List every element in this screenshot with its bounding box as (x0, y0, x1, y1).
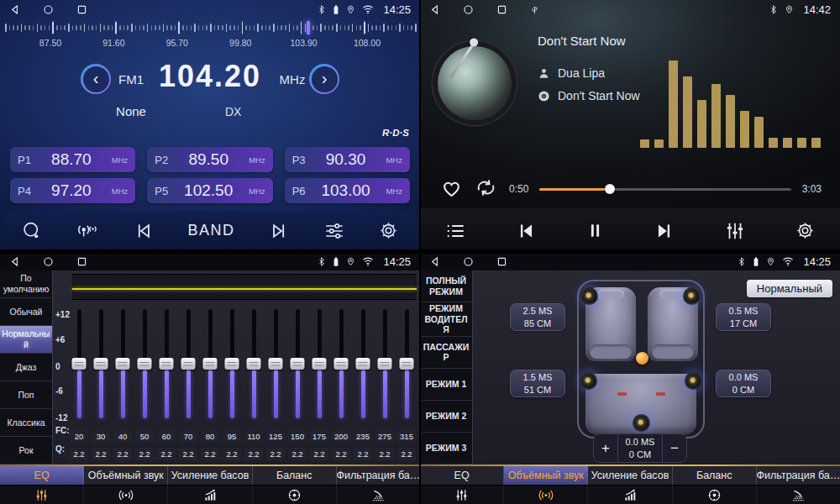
rear-left-delay-button[interactable]: 1.5 MS 51 CM (510, 370, 565, 397)
increase-delay-button[interactable]: + (594, 434, 617, 462)
fc-value[interactable]: 175 (310, 430, 328, 443)
home-icon[interactable] (463, 256, 474, 267)
listening-mode-item[interactable]: РЕЖИМ ВОДИТЕЛЯ (420, 302, 472, 337)
eq-preset-item[interactable]: Поп (0, 381, 52, 409)
q-value[interactable]: 2.2 (179, 448, 197, 460)
eq-slider-handle-80[interactable] (203, 358, 218, 370)
home-icon[interactable] (43, 256, 54, 267)
eq-slider-handle-235[interactable] (356, 358, 370, 370)
eq-preset-item[interactable]: По умолчанию (0, 270, 52, 298)
fc-value[interactable]: 95 (223, 430, 241, 443)
frequency-scale[interactable]: 87.5091.6095.7099.80103.90108.00 (0, 19, 420, 50)
previous-track-icon[interactable] (515, 220, 537, 242)
surround-tab-surround-sound[interactable]: Объёмный звук (504, 466, 588, 485)
surround-tab-eq[interactable]: EQ (420, 466, 504, 485)
fc-value[interactable]: 150 (288, 430, 307, 443)
equalizer-icon[interactable] (724, 220, 746, 242)
eq-slider-handle-60[interactable] (160, 358, 174, 370)
back-icon[interactable] (429, 4, 440, 15)
fc-value[interactable]: 235 (354, 430, 372, 443)
pause-icon[interactable] (585, 221, 605, 240)
eq-tab-bass-boost[interactable]: Усиление басов (168, 466, 252, 485)
q-value[interactable]: 2.2 (92, 448, 110, 460)
balance-tab-icon[interactable] (673, 486, 757, 504)
decrease-delay-button[interactable]: − (663, 434, 686, 462)
eq-slider-handle-125[interactable] (269, 358, 283, 370)
fc-value[interactable]: 200 (332, 430, 350, 443)
playlist-icon[interactable] (444, 220, 466, 242)
audio-settings-icon[interactable] (323, 220, 345, 242)
fc-value[interactable]: 50 (135, 430, 154, 443)
eq-tab-balance[interactable]: Баланс (253, 466, 337, 485)
q-value[interactable]: 2.2 (70, 448, 88, 460)
fc-value[interactable]: 125 (266, 430, 285, 443)
recents-icon[interactable] (496, 256, 507, 267)
eq-preset-item[interactable]: Джаз (0, 354, 52, 381)
q-value[interactable]: 2.2 (266, 448, 285, 460)
seek-previous-icon[interactable] (133, 220, 155, 242)
rear-right-delay-button[interactable]: 0.0 MS 0 CM (716, 370, 771, 397)
eq-preset-item[interactable]: Нормальный (0, 326, 52, 354)
eq-tab-surround-sound[interactable]: Объёмный звук (84, 466, 168, 485)
fc-value[interactable]: 315 (397, 430, 416, 443)
bass-boost-tab-icon[interactable] (168, 486, 252, 504)
eq-slider-handle-175[interactable] (312, 358, 327, 370)
q-value[interactable]: 2.2 (113, 448, 132, 460)
listening-mode-item[interactable]: ПОЛНЫЙ РЕЖИМ (420, 270, 472, 302)
seek-next-icon[interactable] (268, 220, 290, 242)
preset-button-p2[interactable]: P289.50MHz (147, 147, 272, 172)
preset-button-p3[interactable]: P390.30MHz (285, 147, 410, 172)
preset-button-p1[interactable]: P188.70MHz (10, 147, 135, 172)
back-icon[interactable] (9, 256, 20, 267)
q-value[interactable]: 2.2 (201, 448, 219, 460)
fc-value[interactable]: 275 (375, 430, 394, 443)
preset-button-p5[interactable]: P5102.50MHz (147, 178, 272, 203)
tune-up-button[interactable]: › (309, 64, 339, 94)
surround-sound-tab-icon[interactable] (84, 486, 168, 504)
eq-slider-handle-150[interactable] (291, 358, 305, 370)
settings-gear-icon[interactable] (378, 220, 399, 241)
fc-value[interactable]: 110 (244, 430, 263, 443)
front-right-delay-button[interactable]: 0.5 MS 17 CM (716, 303, 771, 331)
recents-icon[interactable] (76, 4, 87, 15)
next-track-icon[interactable] (654, 220, 675, 242)
surround-tab-filter[interactable]: Фильтрация ба… (757, 466, 840, 485)
repeat-icon[interactable] (474, 177, 498, 202)
listening-mode-item[interactable]: РЕЖИМ 2 (420, 401, 472, 433)
eq-slider-handle-275[interactable] (378, 358, 392, 370)
fc-value[interactable]: 70 (179, 430, 197, 443)
eq-slider-handle-95[interactable] (225, 358, 239, 370)
fc-value[interactable]: 40 (113, 430, 132, 443)
eq-tab-icon[interactable] (420, 486, 504, 504)
filter-tab-icon[interactable] (337, 486, 420, 504)
home-icon[interactable] (463, 4, 474, 15)
fc-value[interactable]: 60 (157, 430, 176, 443)
seek-bar[interactable] (539, 188, 790, 191)
eq-preset-item[interactable]: Классика (0, 409, 52, 437)
eq-preset-item[interactable]: Обычай (0, 298, 52, 326)
q-value[interactable]: 2.2 (244, 448, 263, 460)
eq-slider-handle-70[interactable] (181, 358, 196, 370)
favorite-icon[interactable] (440, 177, 463, 202)
q-value[interactable]: 2.2 (223, 448, 241, 460)
eq-tab-eq[interactable]: EQ (0, 466, 84, 485)
preset-button-p6[interactable]: P6103.00MHz (285, 178, 410, 203)
band-button[interactable]: BAND (187, 222, 234, 239)
fc-value[interactable]: 80 (201, 430, 219, 443)
eq-tab-icon[interactable] (0, 486, 84, 504)
surround-sound-tab-icon[interactable] (504, 486, 588, 504)
surround-tab-balance[interactable]: Баланс (673, 466, 757, 485)
profile-button[interactable]: Нормальный (747, 280, 832, 297)
filter-tab-icon[interactable] (757, 486, 840, 504)
eq-slider-handle-200[interactable] (334, 358, 349, 370)
broadcast-icon[interactable] (76, 220, 99, 242)
q-value[interactable]: 2.2 (354, 448, 372, 460)
listening-mode-item[interactable]: ПАССАЖИР (420, 337, 472, 369)
front-left-delay-button[interactable]: 2.5 MS 85 CM (510, 303, 565, 331)
scan-icon[interactable] (21, 220, 43, 242)
q-value[interactable]: 2.2 (332, 448, 350, 460)
eq-slider-handle-30[interactable] (94, 358, 108, 370)
settings-gear-icon[interactable] (795, 220, 816, 241)
q-value[interactable]: 2.2 (375, 448, 394, 460)
surround-tab-bass-boost[interactable]: Усиление басов (588, 466, 672, 485)
